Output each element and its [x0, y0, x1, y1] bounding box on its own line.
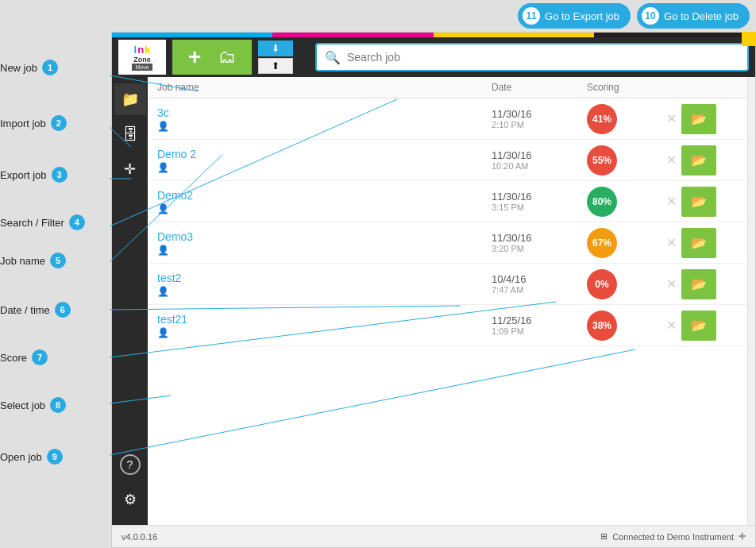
job-name-col-4: test2 👤: [157, 272, 492, 297]
compass-icon: ✛: [739, 531, 746, 542]
sidebar-item-settings[interactable]: ⚙: [114, 484, 146, 515]
open-button-4[interactable]: 📂: [681, 269, 716, 299]
crosshair-icon: ✛: [124, 160, 136, 178]
delete-button-5[interactable]: ✕: [666, 318, 677, 333]
open-button-5[interactable]: 📂: [681, 311, 716, 341]
sidebar-item-database[interactable]: 🗄: [114, 118, 146, 150]
delete-button-0[interactable]: ✕: [666, 111, 677, 126]
table-row[interactable]: test2 👤 10/4/16 7:47 AM 0% ✕ 📂: [148, 264, 747, 305]
export-callout-label: Go to Export job: [545, 10, 619, 22]
job-date-col-4: 10/4/16 7:47 AM: [492, 273, 587, 295]
job-name-5[interactable]: test21: [157, 313, 492, 326]
badge-2: 2: [51, 115, 67, 131]
job-date-col-3: 11/30/16 3:20 PM: [492, 232, 587, 253]
search-icon: 🔍: [325, 50, 341, 65]
job-name-col-1: Demo 2 👤: [157, 148, 492, 173]
job-date-0: 11/30/16: [492, 108, 587, 120]
sidebar-item-folder[interactable]: 📁: [114, 83, 146, 115]
label-search-filter: Search / Filter 4: [0, 214, 85, 230]
table-row[interactable]: Demo3 👤 11/30/16 3:20 PM 67% ✕ 📂: [148, 222, 747, 264]
table-row[interactable]: Demo2 👤 11/30/16 3:15 PM 80% ✕ 📂: [148, 181, 747, 222]
job-actions-1: ✕ 📂: [666, 145, 738, 176]
export-arrow-button[interactable]: ⬆: [258, 58, 293, 74]
export-arrow-icon: ⬆: [272, 60, 280, 71]
job-score-col-5: 38%: [587, 311, 666, 341]
col-header-name: Job name: [157, 82, 492, 93]
table-row[interactable]: Demo 2 👤 11/30/16 10:20 AM 55% ✕ 📂: [148, 140, 747, 181]
open-folder-icon-5: 📂: [691, 318, 707, 333]
delete-job-callout[interactable]: 10 Go to Delete job: [637, 3, 750, 29]
job-actions-3: ✕ 📂: [666, 228, 738, 258]
search-bar[interactable]: 🔍: [315, 43, 749, 71]
score-circle-3: 67%: [587, 228, 617, 258]
job-user-icon-4: 👤: [157, 286, 492, 297]
job-actions-4: ✕ 📂: [666, 269, 738, 299]
job-actions-5: ✕ 📂: [666, 311, 738, 341]
scrollbar[interactable]: [747, 77, 755, 525]
delete-button-4[interactable]: ✕: [666, 276, 677, 291]
job-name-4[interactable]: test2: [157, 272, 492, 284]
job-time-4: 7:47 AM: [492, 285, 587, 295]
job-name-col-5: test21 👤: [157, 313, 492, 338]
sidebar-item-crosshair[interactable]: ✛: [114, 153, 146, 185]
job-name-0[interactable]: 3c: [157, 106, 492, 119]
label-text-open-job: Open job: [0, 451, 42, 463]
open-button-1[interactable]: 📂: [681, 145, 716, 176]
job-actions-0: ✕ 📂: [666, 104, 738, 134]
badge-8: 8: [50, 397, 66, 413]
job-date-2: 11/30/16: [492, 191, 587, 203]
gear-icon: ⚙: [124, 491, 137, 508]
search-input[interactable]: [347, 51, 739, 64]
export-job-callout[interactable]: 11 Go to Export job: [518, 3, 631, 29]
label-text-new-job: New job: [0, 62, 37, 74]
job-name-1[interactable]: Demo 2: [157, 148, 492, 160]
job-date-col-1: 11/30/16 10:20 AM: [492, 149, 587, 171]
folder-sidebar-icon: 📁: [122, 91, 139, 108]
job-name-col-0: 3c 👤: [157, 106, 492, 132]
job-list: Job name Date Scoring 3c 👤 11/30/16 2:10…: [148, 77, 747, 525]
job-time-3: 3:20 PM: [492, 244, 587, 253]
app-header: I n k Zone Move + 🗂 ⬇ ⬆ 🔍: [112, 37, 755, 77]
delete-callout-label: Go to Delete job: [664, 10, 739, 22]
job-score-col-0: 41%: [587, 104, 666, 134]
job-date-col-0: 11/30/16 2:10 PM: [492, 108, 587, 129]
folder-icon: 🗂: [218, 47, 236, 68]
label-date-time: Date / time 6: [0, 302, 71, 318]
job-actions-2: ✕ 📂: [666, 187, 738, 217]
badge-1: 1: [42, 60, 58, 75]
open-button-3[interactable]: 📂: [681, 228, 716, 258]
label-job-name: Job name 5: [0, 253, 66, 268]
delete-button-3[interactable]: ✕: [666, 235, 677, 250]
sidebar-item-help[interactable]: ?: [114, 449, 146, 480]
label-text-job-name: Job name: [0, 255, 45, 267]
new-job-button[interactable]: + 🗂: [172, 40, 252, 75]
badge-6: 6: [55, 302, 71, 318]
content-area: 📁 🗄 ✛ ? ⚙ Job name Date: [112, 77, 755, 525]
score-circle-0: 41%: [587, 104, 617, 134]
job-score-col-2: 80%: [587, 187, 666, 217]
score-circle-4: 0%: [587, 269, 617, 299]
open-button-0[interactable]: 📂: [681, 104, 716, 134]
label-text-select-job: Select job: [0, 399, 45, 411]
table-row[interactable]: 3c 👤 11/30/16 2:10 PM 41% ✕ 📂: [148, 98, 747, 140]
status-bar: v4.0.0.16 ⊞ Connected to Demo Instrument…: [112, 525, 755, 547]
col-header-date: Date: [492, 82, 587, 93]
export-badge: 11: [523, 7, 540, 25]
open-button-2[interactable]: 📂: [681, 187, 716, 217]
table-row[interactable]: test21 👤 11/25/16 1:09 PM 38% ✕ 📂: [148, 305, 747, 346]
label-export-job: Export job 3: [0, 167, 68, 183]
label-text-date-time: Date / time: [0, 304, 50, 316]
app-logo: I n k Zone Move: [118, 40, 166, 75]
delete-button-1[interactable]: ✕: [666, 152, 677, 168]
import-arrow-button[interactable]: ⬇: [258, 41, 293, 56]
job-time-2: 3:15 PM: [492, 203, 587, 212]
app-window: I n k Zone Move + 🗂 ⬇ ⬆ 🔍: [111, 32, 756, 548]
delete-button-2[interactable]: ✕: [666, 194, 677, 209]
label-text-export-job: Export job: [0, 169, 47, 181]
label-text-import-job: Import job: [0, 118, 46, 129]
label-text-score: Score: [0, 352, 27, 364]
job-name-2[interactable]: Demo2: [157, 189, 492, 202]
open-folder-icon-0: 📂: [691, 111, 707, 126]
open-folder-icon-1: 📂: [691, 152, 707, 168]
job-name-3[interactable]: Demo3: [157, 230, 492, 243]
